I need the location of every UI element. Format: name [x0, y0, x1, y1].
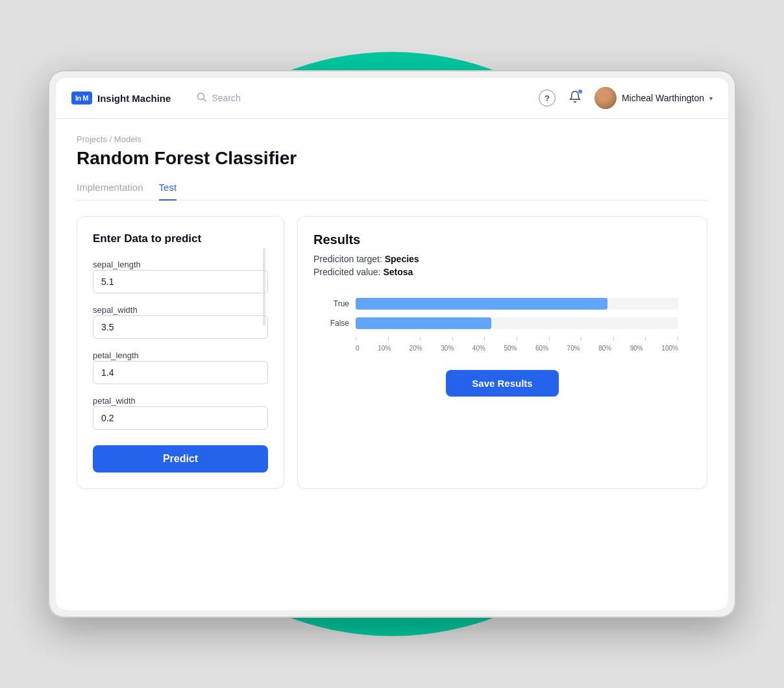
axis-label-10: 10%: [378, 345, 391, 352]
tick-8: [613, 337, 614, 341]
predicted-value-line: Predicited value: Setosa: [313, 267, 691, 277]
axis-label-60: 60%: [535, 345, 548, 352]
tick-10: [678, 337, 678, 341]
search-area[interactable]: Search: [197, 92, 404, 104]
tab-test[interactable]: Test: [159, 182, 177, 201]
logo-badge: In M: [71, 92, 92, 104]
chart-bar-true: [356, 298, 607, 310]
tick-6: [549, 337, 550, 341]
breadcrumb-projects[interactable]: Projects: [77, 134, 107, 144]
scrollbar[interactable]: [263, 248, 265, 326]
chart-axis: 0 10% 20% 30% 40% 50% 60% 70% 80% 90% 10: [326, 345, 678, 352]
help-icon[interactable]: ?: [539, 90, 556, 106]
tick-2: [420, 337, 421, 341]
left-panel: Enter Data to predict sepal_length sepal…: [77, 216, 284, 489]
navbar-right: ? Micheal Warthington ▾: [539, 87, 713, 109]
chart-row-true: True: [326, 298, 678, 310]
axis-label-90: 90%: [630, 345, 643, 352]
tabs: Implementation Test: [77, 182, 707, 201]
label-sepal-width: sepal_width: [93, 305, 138, 315]
tick-3: [452, 337, 453, 341]
panel-heading: Enter Data to predict: [93, 232, 268, 245]
svg-line-1: [204, 99, 206, 101]
axis-label-100: 100%: [661, 345, 678, 352]
logo-area: In M Insight Machine: [71, 92, 171, 104]
tick-9: [645, 337, 646, 341]
predicted-value-label: Predicited value:: [313, 267, 383, 277]
breadcrumb: Projects / Models: [77, 134, 707, 144]
page-title: Random Forest Classifier: [77, 148, 707, 169]
field-petal-length: petal_length: [93, 349, 268, 384]
axis-label-20: 20%: [410, 345, 423, 352]
field-sepal-width: sepal_width: [93, 304, 268, 339]
tick-4: [484, 337, 485, 341]
axis-labels: 0 10% 20% 30% 40% 50% 60% 70% 80% 90% 10: [356, 345, 678, 352]
search-placeholder: Search: [212, 93, 240, 103]
username: Micheal Warthington: [622, 93, 704, 103]
field-petal-width: petal_width: [93, 395, 268, 430]
predicted-value: Setosa: [383, 267, 413, 277]
device-frame: In M Insight Machine Search ?: [48, 70, 736, 618]
label-sepal-length: sepal_length: [93, 260, 141, 269]
chart-label-false: False: [326, 319, 349, 328]
avatar-image: [594, 87, 617, 109]
tab-implementation[interactable]: Implementation: [77, 182, 143, 201]
prediction-target-line: Prediciton target: Species: [313, 254, 691, 264]
user-menu[interactable]: Micheal Warthington ▾: [594, 87, 713, 109]
breadcrumb-models: Models: [114, 134, 141, 144]
chart-bar-wrap-false: [356, 317, 678, 329]
axis-label-50: 50%: [504, 345, 517, 352]
screen: In M Insight Machine Search ?: [56, 78, 728, 610]
results-title: Results: [313, 232, 691, 247]
avatar: [594, 87, 617, 109]
search-icon: [197, 92, 206, 104]
tick-1: [388, 337, 389, 341]
chevron-down-icon: ▾: [709, 95, 713, 102]
chart-ticks-row: [326, 337, 678, 341]
notification-dot: [578, 89, 583, 94]
chart-row-false: False: [326, 317, 678, 329]
input-petal-width[interactable]: [93, 406, 268, 430]
breadcrumb-separator: /: [110, 134, 114, 144]
axis-label-40: 40%: [472, 345, 485, 352]
tick-0: [356, 337, 356, 341]
main-content: Projects / Models Random Forest Classifi…: [56, 119, 728, 504]
chart-ticks: [356, 337, 678, 341]
input-sepal-length[interactable]: [93, 270, 268, 293]
right-panel: Results Prediciton target: Species Predi…: [297, 216, 707, 489]
chart-bar-wrap-true: [356, 298, 678, 310]
app-name: Insight Machine: [97, 93, 171, 104]
save-results-button[interactable]: Save Results: [446, 370, 558, 397]
input-petal-length[interactable]: [93, 361, 268, 384]
input-sepal-width[interactable]: [93, 315, 268, 339]
chart-bar-false: [356, 317, 491, 329]
prediction-target-value: Species: [385, 254, 419, 264]
axis-label-0: 0: [356, 345, 360, 352]
chart-label-true: True: [326, 299, 349, 308]
axis-label-30: 30%: [441, 345, 454, 352]
panel-left-inner: Enter Data to predict sepal_length sepal…: [93, 232, 268, 473]
label-petal-length: petal_length: [93, 350, 139, 360]
field-sepal-length: sepal_length: [93, 258, 268, 293]
navbar: In M Insight Machine Search ?: [56, 78, 728, 119]
label-petal-width: petal_width: [93, 396, 136, 406]
tick-7: [581, 337, 582, 341]
notification-icon[interactable]: [569, 90, 582, 106]
tick-5: [517, 337, 517, 341]
panels: Enter Data to predict sepal_length sepal…: [77, 216, 707, 489]
axis-label-70: 70%: [567, 345, 580, 352]
prediction-target-label: Prediciton target:: [313, 254, 385, 264]
chart-area: True False: [313, 298, 691, 352]
predict-button[interactable]: Predict: [93, 445, 268, 473]
axis-label-80: 80%: [598, 345, 611, 352]
